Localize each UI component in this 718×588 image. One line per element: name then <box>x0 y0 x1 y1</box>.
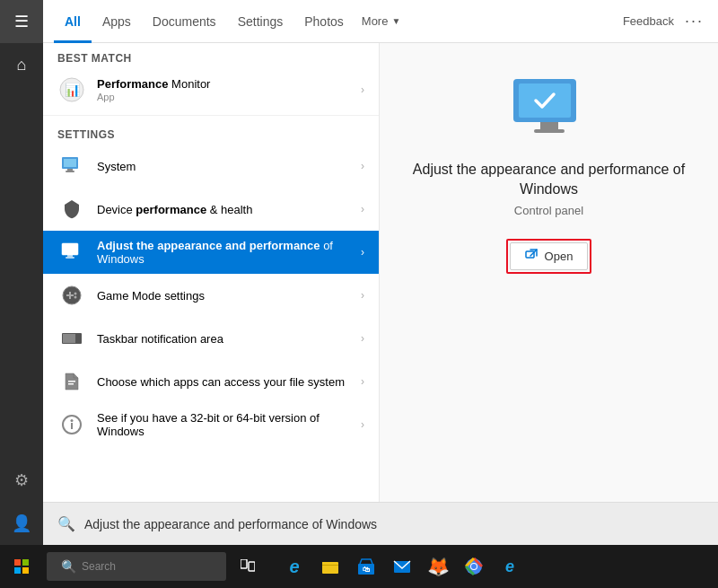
search-panel: All Apps Documents Settings Photos More … <box>43 0 718 545</box>
svg-rect-18 <box>68 383 74 385</box>
chevron-right-icon: › <box>361 160 364 172</box>
chevron-right-icon: › <box>361 375 364 388</box>
taskbar-chrome-icon[interactable] <box>456 549 492 584</box>
chevron-right-icon: › <box>361 246 364 259</box>
svg-rect-25 <box>22 559 29 566</box>
svg-rect-32 <box>322 562 328 565</box>
chevron-right-icon: › <box>361 203 364 215</box>
taskbar-firefox-icon[interactable]: 🦊 <box>420 549 456 584</box>
open-button-highlight: Open <box>506 239 592 274</box>
result-system[interactable]: System › <box>43 145 379 188</box>
open-button[interactable]: Open <box>510 242 589 270</box>
result-performance-monitor[interactable]: 📊 Performance Monitor App › <box>43 68 379 111</box>
start-button[interactable] <box>0 545 43 588</box>
file-apps-text: Choose which apps can access your file s… <box>97 375 357 389</box>
svg-rect-4 <box>67 169 73 171</box>
svg-point-13 <box>74 293 77 295</box>
taskbar-edge-icon[interactable]: e <box>492 549 528 584</box>
detail-subtitle: Control panel <box>514 204 583 217</box>
svg-rect-3 <box>64 159 76 167</box>
svg-rect-26 <box>14 567 21 574</box>
result-bit-version[interactable]: See if you have a 32-bit or 64-bit versi… <box>43 403 379 446</box>
svg-rect-22 <box>526 251 534 258</box>
svg-point-14 <box>74 296 77 299</box>
svg-rect-29 <box>249 562 255 571</box>
tab-all[interactable]: All <box>54 0 92 43</box>
detail-title: Adjust the appearance and performance of… <box>398 160 700 200</box>
tabs-bar: All Apps Documents Settings Photos More … <box>43 0 718 43</box>
best-match-header: Best match <box>43 43 379 68</box>
detail-icon-area <box>513 79 585 142</box>
svg-rect-24 <box>14 559 21 566</box>
search-bar-text[interactable]: Adjust the appearance and performance of… <box>84 517 377 531</box>
taskbar-explorer-icon[interactable] <box>312 549 348 584</box>
tab-documents[interactable]: Documents <box>142 0 227 43</box>
taskbar-notif-icon <box>57 324 86 353</box>
game-mode-text: Game Mode settings <box>97 289 357 303</box>
svg-rect-28 <box>241 559 247 568</box>
chevron-down-icon: ▼ <box>391 16 400 26</box>
tab-settings[interactable]: Settings <box>227 0 294 43</box>
search-icon: 🔍 <box>57 515 75 532</box>
home-icon: ⌂ <box>17 56 27 75</box>
svg-rect-20 <box>71 423 73 429</box>
game-mode-icon <box>57 281 86 310</box>
taskbar-notif-text: Taskbar notification area <box>97 332 357 346</box>
taskbar-store-icon[interactable]: 🛍 <box>348 549 384 584</box>
svg-rect-12 <box>66 294 74 296</box>
result-adjust-appearance[interactable]: Adjust the appearance and performance of… <box>43 231 379 274</box>
chevron-right-icon: › <box>361 83 364 96</box>
device-health-icon <box>57 195 86 224</box>
device-health-text: Device performance & health <box>97 203 357 216</box>
computer-icon <box>513 79 585 142</box>
taskbar-search-icon: 🔍 <box>61 559 76 574</box>
svg-rect-8 <box>67 255 73 257</box>
chevron-right-icon: › <box>361 289 364 302</box>
more-options-button[interactable]: ··· <box>681 12 707 31</box>
result-game-mode[interactable]: Game Mode settings › <box>43 274 379 317</box>
svg-rect-9 <box>66 257 74 259</box>
task-view-button[interactable] <box>226 545 269 588</box>
result-file-apps[interactable]: Choose which apps can access your file s… <box>43 360 379 403</box>
detail-panel: Adjust the appearance and performance of… <box>380 43 718 545</box>
settings-button[interactable]: ⚙ <box>0 459 43 502</box>
performance-monitor-text: Performance Monitor App <box>97 77 357 102</box>
result-taskbar-notif[interactable]: Taskbar notification area › <box>43 317 379 360</box>
svg-point-21 <box>71 419 74 422</box>
taskbar-mail-icon[interactable] <box>384 549 420 584</box>
user-icon: 👤 <box>12 513 31 533</box>
svg-rect-17 <box>68 381 75 382</box>
settings-header: Settings <box>43 119 379 145</box>
search-bar: 🔍 Adjust the appearance and performance … <box>43 502 718 545</box>
performance-monitor-icon: 📊 <box>57 75 86 104</box>
svg-point-38 <box>471 564 477 569</box>
system-text: System <box>97 160 357 173</box>
user-button[interactable]: 👤 <box>0 502 43 545</box>
tab-more[interactable]: More ▼ <box>355 14 408 28</box>
adjust-appearance-text: Adjust the appearance and performance of… <box>97 239 357 266</box>
taskbar-ie-icon[interactable]: e <box>276 549 312 584</box>
feedback-button[interactable]: Feedback <box>616 14 681 28</box>
svg-rect-7 <box>64 245 76 253</box>
tab-photos[interactable]: Photos <box>293 0 355 43</box>
bit-version-icon <box>57 410 86 439</box>
tab-apps[interactable]: Apps <box>92 0 142 43</box>
home-button[interactable]: ⌂ <box>0 43 43 86</box>
menu-button[interactable]: ☰ <box>0 0 43 43</box>
bit-version-text: See if you have a 32-bit or 64-bit versi… <box>97 411 357 438</box>
menu-icon: ☰ <box>14 12 29 31</box>
taskbar-search[interactable]: 🔍 Search <box>47 552 226 581</box>
results-panel: Best match 📊 Performance Monitor App › <box>43 43 380 545</box>
taskbar: 🔍 Search e 🛍 <box>0 545 718 588</box>
adjust-appearance-icon <box>57 238 86 267</box>
open-icon <box>525 249 538 264</box>
taskbar-app-icons: e 🛍 🦊 <box>276 549 528 584</box>
svg-text:🛍: 🛍 <box>363 566 370 574</box>
svg-rect-31 <box>322 565 338 566</box>
system-icon <box>57 152 86 180</box>
result-device-health[interactable]: Device performance & health › <box>43 188 379 231</box>
settings-icon: ⚙ <box>14 470 29 490</box>
taskbar-search-text: Search <box>82 560 116 573</box>
file-apps-icon <box>57 367 86 396</box>
content-area: Best match 📊 Performance Monitor App › <box>43 43 718 545</box>
